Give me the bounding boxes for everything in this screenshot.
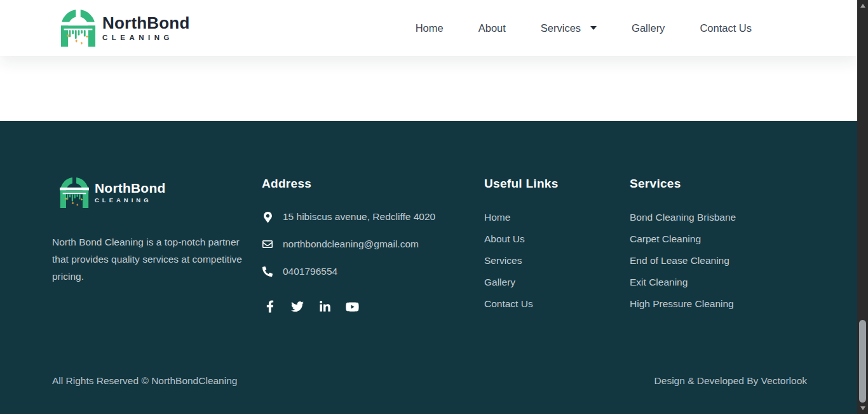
footer-link-carpet-cleaning[interactable]: Carpet Cleaning — [630, 233, 833, 245]
nav-services[interactable]: Services — [541, 22, 597, 34]
chevron-down-icon — [590, 26, 597, 30]
brand-name: NorthBond — [95, 181, 165, 195]
page: NorthBond CLEANING Home About Services G… — [0, 0, 857, 414]
footer-logo[interactable]: NorthBond CLEANING — [60, 177, 262, 208]
nav-gallery[interactable]: Gallery — [632, 22, 665, 34]
nav-services-label: Services — [541, 22, 581, 34]
address-text: 15 hibiscus avenue, Redcliffe 4020 — [283, 211, 435, 223]
brand-text: NorthBond CLEANING — [95, 181, 165, 204]
address-location-row: 15 hibiscus avenue, Redcliffe 4020 — [262, 211, 484, 223]
footer-useful-links-column: Useful Links Home About Us Services Gall… — [484, 177, 630, 319]
vertical-scrollbar[interactable] — [857, 0, 868, 414]
footer-link-high-pressure-cleaning[interactable]: High Pressure Cleaning — [630, 298, 833, 310]
footer-link-exit-cleaning[interactable]: Exit Cleaning — [630, 276, 833, 288]
site-header: NorthBond CLEANING Home About Services G… — [0, 0, 857, 56]
footer-bottom-bar: All Rights Reserved © NorthBondCleaning … — [52, 375, 857, 387]
address-heading: Address — [262, 177, 484, 191]
main-nav: Home About Services Gallery Contact Us — [416, 22, 752, 34]
footer-link-bond-cleaning-brisbane[interactable]: Bond Cleaning Brisbane — [630, 211, 833, 223]
scrollbar-up-arrow[interactable] — [857, 1, 868, 10]
services-links-list: Bond Cleaning Brisbane Carpet Cleaning E… — [630, 211, 833, 310]
twitter-icon[interactable] — [289, 299, 306, 314]
copyright-text: All Rights Reserved © NorthBondCleaning — [52, 375, 237, 387]
footer-link-about-us[interactable]: About Us — [484, 233, 630, 245]
brand-subtitle: CLEANING — [102, 34, 190, 41]
envelope-icon — [262, 239, 273, 249]
nav-contact-label: Contact Us — [700, 22, 752, 34]
address-phone-row: 0401796554 — [262, 266, 484, 277]
triangle-up-icon — [860, 4, 865, 8]
map-pin-icon — [262, 212, 273, 223]
header-logo[interactable]: NorthBond CLEANING — [60, 9, 190, 47]
footer-services-column: Services Bond Cleaning Brisbane Carpet C… — [630, 177, 833, 319]
brand-logo-icon — [60, 9, 96, 47]
footer: NorthBond CLEANING North Bond Cleaning i… — [0, 121, 857, 414]
footer-link-home[interactable]: Home — [484, 211, 630, 223]
linkedin-icon[interactable] — [316, 299, 333, 314]
footer-columns: NorthBond CLEANING North Bond Cleaning i… — [52, 177, 857, 319]
nav-contact[interactable]: Contact Us — [700, 22, 752, 34]
brand-text: NorthBond CLEANING — [102, 15, 190, 41]
brand-name: NorthBond — [102, 15, 190, 32]
footer-link-contact-us[interactable]: Contact Us — [484, 298, 630, 310]
scrollbar-thumb[interactable] — [859, 320, 866, 403]
nav-about[interactable]: About — [478, 22, 506, 34]
phone-link[interactable]: 0401796554 — [283, 266, 337, 277]
footer-address-column: Address 15 hibiscus avenue, Redcliffe 40… — [262, 177, 484, 314]
email-link[interactable]: northbondcleaning@gmail.com — [283, 238, 419, 250]
phone-icon — [262, 266, 273, 277]
address-email-row: northbondcleaning@gmail.com — [262, 238, 484, 250]
footer-link-gallery[interactable]: Gallery — [484, 276, 630, 288]
triangle-down-icon — [860, 406, 865, 410]
browser-viewport: NorthBond CLEANING Home About Services G… — [0, 0, 868, 414]
footer-description: North Bond Cleaning is a top-notch partn… — [52, 233, 243, 285]
nav-about-label: About — [478, 22, 506, 34]
brand-subtitle: CLEANING — [95, 197, 165, 204]
footer-about-column: NorthBond CLEANING North Bond Cleaning i… — [52, 177, 262, 285]
useful-links-heading: Useful Links — [484, 177, 630, 191]
facebook-icon[interactable] — [262, 299, 278, 314]
youtube-icon[interactable] — [344, 299, 360, 314]
useful-links-list: Home About Us Services Gallery Contact U… — [484, 211, 630, 310]
nav-home-label: Home — [416, 22, 444, 34]
footer-link-services[interactable]: Services — [484, 254, 630, 266]
scrollbar-down-arrow[interactable] — [857, 404, 868, 413]
footer-link-end-of-lease-cleaning[interactable]: End of Lease Cleaning — [630, 254, 833, 266]
credits-text: Design & Developed By Vectorlook — [654, 375, 807, 387]
nav-gallery-label: Gallery — [632, 22, 665, 34]
services-heading: Services — [630, 177, 833, 191]
nav-home[interactable]: Home — [416, 22, 444, 34]
social-links — [262, 299, 484, 314]
brand-logo-icon — [60, 177, 89, 208]
